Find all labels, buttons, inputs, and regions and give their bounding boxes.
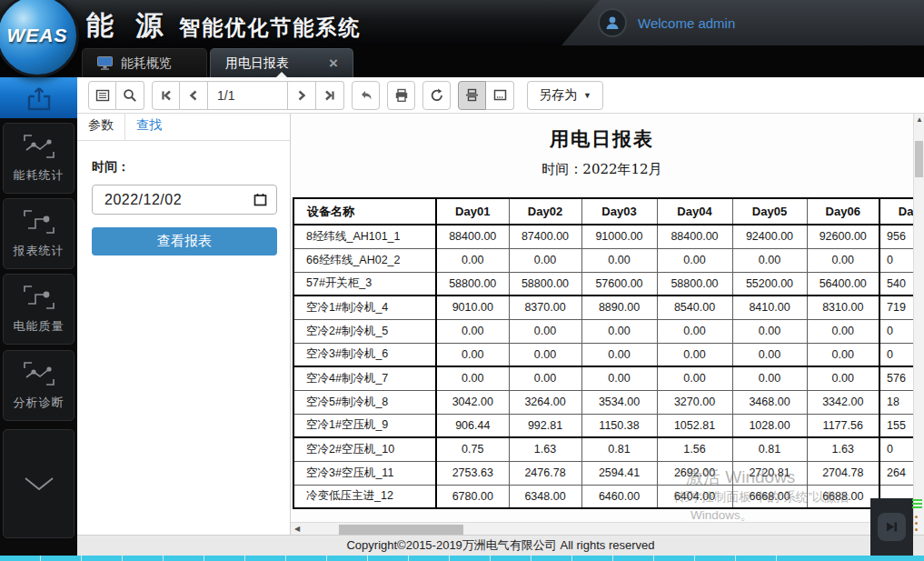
tab-label: 用电日报表	[225, 55, 289, 72]
sidebar-item-energy-stats[interactable]: 能耗统计	[3, 123, 75, 194]
column-header: Day06	[807, 198, 879, 225]
save-as-label: 另存为	[539, 87, 577, 104]
next-page-button[interactable]	[288, 81, 316, 110]
value-cell: 0.00	[657, 248, 732, 272]
value-cell: 2476.78	[509, 461, 581, 485]
application-window: 能 源 智能优化节能系统 Welcome admin WEAS	[0, 0, 924, 561]
report-view: 用电日报表 时间：2022年12月 设备名称Day01Day02Day03Day…	[291, 114, 913, 522]
value-cell: 3342.00	[807, 390, 879, 414]
value-cell: 0.00	[581, 366, 657, 390]
value-cell: 8540.00	[657, 296, 732, 319]
save-as-button[interactable]: 另存为 ▼	[527, 81, 603, 110]
toc-button[interactable]	[88, 81, 116, 110]
sidebar-item-export-active[interactable]	[0, 77, 77, 118]
vertical-scroll-thumb[interactable]	[915, 141, 923, 177]
scroll-up-icon[interactable]: ▲	[914, 115, 924, 124]
toc-icon	[95, 88, 110, 103]
print-button[interactable]	[387, 81, 415, 110]
horizontal-scroll-thumb[interactable]	[339, 525, 463, 535]
value-cell: 8310.00	[807, 296, 879, 319]
value-cell: 0.00	[732, 343, 807, 366]
skip-play-icon[interactable]	[878, 513, 906, 541]
table-row: 空冷1#空压机_9906.44992.811150.381052.811028.…	[293, 414, 913, 437]
value-cell: 0.75	[436, 437, 509, 461]
prev-page-icon	[187, 89, 200, 102]
first-page-button[interactable]	[152, 81, 180, 110]
value-cell: 0.00	[807, 248, 879, 272]
value-cell: 2720.81	[732, 461, 807, 485]
value-cell: 0.00	[581, 248, 657, 272]
report-title: 用电日报表	[291, 126, 913, 152]
bottom-cyan-strip	[0, 556, 924, 561]
value-cell: 0.00	[509, 248, 581, 272]
device-name-cell: 空冷3#空压机_11	[293, 461, 436, 485]
user-avatar-icon[interactable]	[598, 8, 627, 37]
report-toolbar: 另存为 ▼	[77, 77, 924, 114]
last-page-button[interactable]	[316, 81, 344, 110]
sidebar-item-power-quality[interactable]: 电能质量	[3, 274, 75, 345]
report-subtitle: 时间：2022年12月	[291, 161, 913, 178]
tab-label: 能耗概览	[121, 55, 172, 72]
back-button[interactable]	[352, 81, 380, 110]
print-layout-toggle[interactable]	[458, 81, 486, 110]
value-cell: 906.44	[436, 414, 509, 437]
value-cell: 3270.00	[657, 390, 732, 414]
device-name-cell: 空冷4#制冷机_7	[293, 366, 436, 390]
table-row: 空冷5#制冷机_83042.003264.003534.003270.00346…	[293, 390, 913, 414]
media-overlay-panel	[870, 498, 913, 556]
sidebar-item-report-stats[interactable]: 报表统计	[3, 198, 75, 269]
calendar-icon[interactable]	[253, 193, 267, 206]
page-number-input[interactable]	[208, 81, 288, 110]
tab-daily-power-report[interactable]: 用电日报表 ×	[210, 48, 353, 77]
search-button[interactable]	[116, 81, 144, 110]
value-cell: 6404.00	[657, 485, 732, 508]
page-view-toggle[interactable]	[486, 81, 514, 110]
value-cell: 8890.00	[581, 296, 657, 319]
value-cell: 0.00	[732, 319, 807, 343]
view-report-button[interactable]: 查看报表	[92, 227, 277, 255]
device-name-cell: 空冷2#空压机_10	[293, 437, 436, 461]
sidebar-item-label: 能耗统计	[14, 167, 65, 184]
value-cell: 0	[879, 437, 913, 461]
time-label: 时间：	[92, 159, 290, 175]
value-cell: 88400.00	[436, 225, 509, 248]
prev-page-button[interactable]	[180, 81, 208, 110]
refresh-button[interactable]	[422, 81, 451, 110]
value-cell: 956	[879, 225, 913, 248]
device-name-cell: 空冷1#空压机_9	[293, 414, 436, 437]
vertical-scrollbar[interactable]: ▲	[913, 114, 924, 536]
value-cell: 992.81	[509, 414, 581, 437]
next-page-icon	[295, 89, 308, 102]
user-area[interactable]: Welcome admin	[598, 8, 735, 37]
value-cell: 540	[879, 272, 913, 296]
value-cell: 0.00	[807, 366, 879, 390]
value-cell: 0	[879, 248, 913, 272]
table-row: 空冷2#制冷机_50.000.000.000.000.000.000	[293, 319, 913, 343]
back-arrow-icon	[359, 89, 373, 102]
table-row: 空冷3#空压机_112753.632476.782594.412692.0027…	[293, 461, 913, 485]
close-icon[interactable]: ×	[329, 55, 338, 71]
tab-parameters[interactable]: 参数	[77, 113, 125, 140]
device-name-cell: 8经纬线_AH101_1	[293, 225, 436, 248]
scroll-left-icon[interactable]: ◀	[294, 525, 300, 533]
date-input[interactable]: 2022/12/02	[92, 185, 277, 215]
value-cell: 6460.00	[581, 485, 657, 508]
green-menu-icon[interactable]	[912, 499, 922, 508]
value-cell: 0.00	[657, 366, 732, 390]
line-chart-icon	[22, 360, 56, 387]
tab-energy-overview[interactable]: 能耗概览	[82, 48, 207, 77]
overflow-dots-icon[interactable]	[915, 516, 918, 531]
sidebar-item-analysis-diagnosis[interactable]: 分析诊断	[3, 350, 75, 421]
value-cell: 58800.00	[509, 272, 581, 296]
horizontal-scrollbar[interactable]: ◀	[291, 522, 913, 536]
printer-icon	[394, 88, 409, 103]
sidebar-item-label: 报表统计	[14, 243, 65, 259]
device-name-cell: 空冷5#制冷机_8	[293, 390, 436, 414]
value-cell: 0.00	[807, 343, 879, 366]
sidebar-expand-button[interactable]	[3, 429, 75, 538]
value-cell: 18	[879, 390, 913, 414]
value-cell: 1.63	[509, 437, 581, 461]
tab-find[interactable]: 查找	[125, 113, 173, 140]
value-cell: 0.00	[509, 366, 581, 390]
value-cell: 0.00	[509, 319, 581, 343]
